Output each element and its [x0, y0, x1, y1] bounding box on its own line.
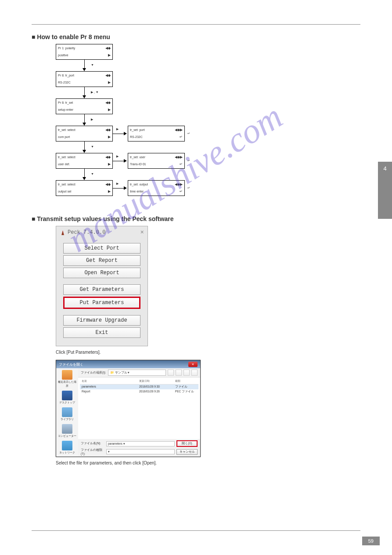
nav-symbols: ▶: [108, 189, 112, 193]
col-date[interactable]: 更新日時: [137, 378, 173, 384]
flow-annotation: ↵: [187, 186, 190, 190]
sidebar-label: ライブラリ: [61, 418, 74, 421]
nav-symbols: ↵: [180, 189, 184, 193]
flow-box-select-userdef: tr_set: select◀◆ user def.▶: [56, 153, 113, 169]
col-name[interactable]: 名前: [80, 378, 137, 384]
newfolder-icon[interactable]: [183, 370, 190, 376]
nav-symbols: ▶: [108, 135, 112, 139]
flow-annotation: ↵: [187, 159, 190, 163]
flow-diagram: Pr 1: polarity◀◆ positive▶ ▼ Pr 8: tr_po…: [56, 44, 360, 211]
peck-title-text: Peck 7.4.0.0: [68, 229, 140, 236]
file-date: 2016/01/28 9:26: [137, 389, 173, 394]
path-combo[interactable]: 📁 サンプル ▾: [108, 370, 166, 376]
peck-caption: Click [Put Parameters].: [56, 350, 360, 355]
get-report-button[interactable]: Get Report: [63, 255, 140, 266]
close-icon[interactable]: ×: [140, 229, 144, 236]
file-dialog-caption: Select the file for parameters, and then…: [56, 461, 360, 465]
nav-symbols: ↵: [180, 162, 184, 166]
flow-label: tr_set: select: [56, 156, 105, 159]
flow-box-output-value: tr_set: output◀◆▶ time enter↵: [128, 180, 185, 196]
nav-symbols: ▶: [108, 162, 112, 166]
list-item[interactable]: Report 2016/01/28 9:26 PEC ファイル: [80, 389, 198, 394]
filename-label: ファイル名(N):: [81, 442, 104, 446]
open-report-button[interactable]: Open Report: [63, 268, 140, 278]
file-name: parameters: [80, 385, 137, 389]
open-button[interactable]: 開く(O): [176, 440, 198, 447]
sidebar-computer[interactable]: コンピューター: [58, 424, 76, 438]
file-list[interactable]: 名前 更新日時 種類 parameters 2016/01/28 9:30 ファ…: [78, 377, 200, 439]
view-icon[interactable]: [191, 370, 198, 376]
file-dialog-path-row: ファイルの場所(I): 📁 サンプル ▾: [78, 368, 200, 377]
close-icon[interactable]: ×: [188, 362, 198, 367]
path-label: ファイルの場所(I):: [81, 370, 106, 375]
back-icon[interactable]: [168, 370, 174, 376]
arrow-right-icon: [124, 132, 127, 135]
sidebar-library[interactable]: ライブラリ: [61, 407, 74, 421]
select-port-button[interactable]: Select Port: [63, 243, 140, 254]
nav-symbols: ↵: [180, 135, 184, 139]
nav-symbols: ◀◆▶: [175, 155, 184, 159]
arrow-right-icon: [124, 186, 127, 190]
nav-symbols: ◀◆: [105, 73, 112, 77]
flow-value: RS-232C: [56, 81, 108, 84]
flow-box-user-value: tr_set: user◀◆▶ Trans-ID 01↵: [128, 153, 185, 169]
sidebar-desktop[interactable]: デスクトップ: [59, 391, 75, 405]
arrow-down-icon: [83, 68, 86, 71]
file-date: 2016/01/28 9:30: [137, 385, 173, 389]
flow-label: tr_set: user: [128, 156, 175, 159]
sidebar-recent[interactable]: 最近表示した場所: [57, 370, 77, 388]
list-item[interactable]: parameters 2016/01/28 9:30 ファイル: [80, 385, 198, 389]
flow-value: output sel: [56, 190, 108, 193]
flow-value: Trans-ID 01: [128, 163, 180, 166]
firmware-upgrade-button[interactable]: Firmware Upgrade: [63, 315, 140, 326]
exit-button[interactable]: Exit: [63, 327, 140, 338]
flow-label: tr_set: port: [128, 128, 175, 131]
arrow-right-icon: [124, 159, 127, 163]
flow-label: Pr 8: tr_set: [56, 101, 105, 104]
file-dialog-title: ファイルを開く: [59, 362, 83, 367]
put-parameters-button[interactable]: Put Parameters: [63, 297, 140, 309]
sidebar-network[interactable]: ネットワーク: [59, 441, 75, 455]
nav-symbols: ◀◆: [105, 155, 112, 159]
chapter-tab: 4: [378, 162, 392, 219]
flow-label: tr_set: output: [128, 183, 175, 186]
peck-dialog: Peck 7.4.0.0 × Select Port Get Report Op…: [56, 226, 148, 346]
arrow-down-icon: [83, 123, 86, 126]
file-open-dialog: ファイルを開く × 最近表示した場所 デスクトップ ライブラリ コンピューター …: [56, 360, 201, 457]
up-icon[interactable]: [176, 370, 182, 376]
flow-annotation: ▼: [91, 145, 94, 148]
col-type[interactable]: 種類: [173, 378, 198, 384]
flow-box-pr8-set: Pr 8: tr_set◀◆ setup enter▶: [56, 98, 113, 114]
connector: [113, 161, 125, 161]
peck-app-icon: [60, 229, 66, 236]
peck-titlebar: Peck 7.4.0.0 ×: [56, 226, 147, 239]
nav-symbols: ▶: [108, 80, 112, 84]
file-dialog-sidebar: 最近表示した場所 デスクトップ ライブラリ コンピューター ネットワーク: [56, 368, 78, 457]
sidebar-label: デスクトップ: [59, 401, 75, 404]
nav-symbols: ◀◆: [105, 128, 112, 132]
flow-annotation: ▼: [91, 63, 94, 66]
nav-symbols: ◀◆▶: [175, 182, 184, 186]
flow-box-pr1: Pr 1: polarity◀◆ positive▶: [56, 44, 113, 60]
nav-symbols: ▶: [108, 108, 112, 112]
get-parameters-button[interactable]: Get Parameters: [63, 284, 140, 295]
flow-annotation: ↵: [187, 132, 190, 135]
chapter-number: 4: [383, 165, 386, 172]
flow-box-select-comport: tr_set: select◀◆ com port▶: [56, 126, 113, 141]
filetype-combo[interactable]: ▾: [106, 449, 175, 454]
path-value: サンプル: [115, 371, 127, 374]
arrow-down-icon: [83, 150, 86, 153]
nav-symbols: ◀◆▶: [175, 128, 184, 132]
nav-symbols: ◀◆: [105, 46, 112, 50]
flow-annotation: ▶ , ▼: [91, 91, 99, 94]
file-type: ファイル: [173, 385, 198, 389]
flow-box-select-output: tr_set: select◀◆ output sel▶: [56, 180, 113, 196]
cancel-button[interactable]: キャンセル: [176, 449, 198, 455]
filename-input[interactable]: parameters ▾: [106, 441, 175, 446]
nav-symbols: ▶: [108, 53, 112, 57]
flow-label: Pr 8: tr_port: [56, 74, 105, 77]
flow-value: user def.: [56, 163, 108, 166]
flow-annotation: ▼: [91, 172, 94, 175]
flow-annotation: ▶: [116, 182, 119, 185]
file-dialog-titlebar: ファイルを開く ×: [56, 360, 200, 368]
